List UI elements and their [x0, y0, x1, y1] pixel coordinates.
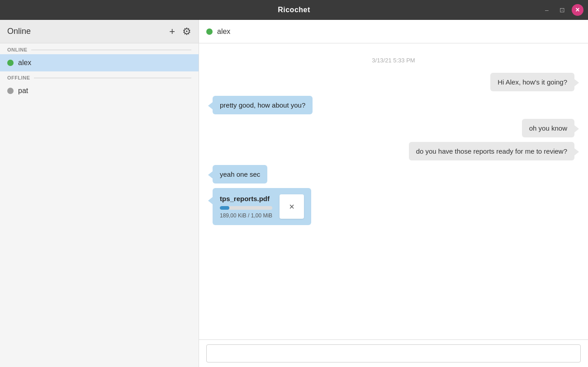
file-progress-bar	[220, 206, 272, 210]
chat-messages: 3/13/21 5:33 PM Hi Alex, how's it going?…	[199, 43, 588, 339]
file-name: tps_reports.pdf	[220, 195, 272, 202]
titlebar: Ricochet – ⊡ ×	[0, 0, 588, 20]
contact-name-alex: alex	[18, 59, 31, 67]
main-layout: Online + ⚙ ONLINE alex OFFLINE pat alex …	[0, 20, 588, 367]
contact-name-pat: pat	[18, 87, 28, 95]
settings-button[interactable]: ⚙	[182, 26, 191, 38]
message-text-sent-1: Hi Alex, how's it going?	[498, 78, 567, 86]
sidebar-title: Online	[7, 27, 169, 36]
message-row-sent-2: oh you know	[213, 119, 574, 137]
sidebar-header: Online + ⚙	[0, 20, 199, 43]
chat-input-area	[199, 339, 588, 367]
message-text-sent-3: do you have those reports ready for me t…	[416, 147, 567, 155]
message-bubble-sent-2: oh you know	[522, 119, 574, 137]
file-size-label: 189,00 KiB / 1,00 MiB	[220, 212, 272, 219]
window-controls: – ⊡ ×	[541, 4, 583, 16]
chat-contact-name: alex	[217, 28, 230, 36]
restore-button[interactable]: ⊡	[556, 4, 568, 16]
chat-timestamp: 3/13/21 5:33 PM	[213, 57, 574, 64]
chat-header: alex	[199, 20, 588, 43]
add-contact-button[interactable]: +	[169, 26, 175, 38]
offline-group-label: OFFLINE	[0, 71, 199, 82]
app-title: Ricochet	[278, 6, 310, 14]
file-info: tps_reports.pdf 189,00 KiB / 1,00 MiB	[220, 195, 272, 219]
message-text-received-1: pretty good, how about you?	[220, 101, 305, 109]
chat-input[interactable]	[206, 344, 581, 362]
file-progress-fill	[220, 206, 229, 210]
message-row-received-1: pretty good, how about you?	[213, 96, 574, 114]
file-cancel-button[interactable]: ×	[280, 194, 304, 219]
status-dot-online	[7, 60, 14, 66]
file-transfer-bubble: tps_reports.pdf 189,00 KiB / 1,00 MiB ×	[213, 188, 311, 225]
file-transfer-row: tps_reports.pdf 189,00 KiB / 1,00 MiB ×	[213, 188, 574, 225]
chat-area: alex 3/13/21 5:33 PM Hi Alex, how's it g…	[199, 20, 588, 367]
message-row-sent-1: Hi Alex, how's it going?	[213, 73, 574, 91]
message-bubble-received-1: pretty good, how about you?	[213, 96, 313, 114]
online-group-label: ONLINE	[0, 43, 199, 54]
status-dot-offline	[7, 88, 14, 94]
message-row-received-2: yeah one sec	[213, 165, 574, 184]
message-bubble-sent-3: do you have those reports ready for me t…	[409, 142, 574, 160]
contact-item-alex[interactable]: alex	[0, 54, 199, 71]
close-button[interactable]: ×	[572, 4, 583, 16]
sidebar-actions: + ⚙	[169, 26, 191, 38]
chat-status-dot	[206, 28, 213, 35]
message-bubble-sent-1: Hi Alex, how's it going?	[490, 73, 574, 91]
message-row-sent-3: do you have those reports ready for me t…	[213, 142, 574, 160]
message-text-sent-2: oh you know	[529, 124, 567, 132]
sidebar: Online + ⚙ ONLINE alex OFFLINE pat	[0, 20, 199, 367]
contact-item-pat[interactable]: pat	[0, 82, 199, 99]
message-bubble-received-2: yeah one sec	[213, 165, 267, 184]
message-text-received-2: yeah one sec	[220, 170, 260, 178]
minimize-button[interactable]: –	[541, 4, 553, 16]
